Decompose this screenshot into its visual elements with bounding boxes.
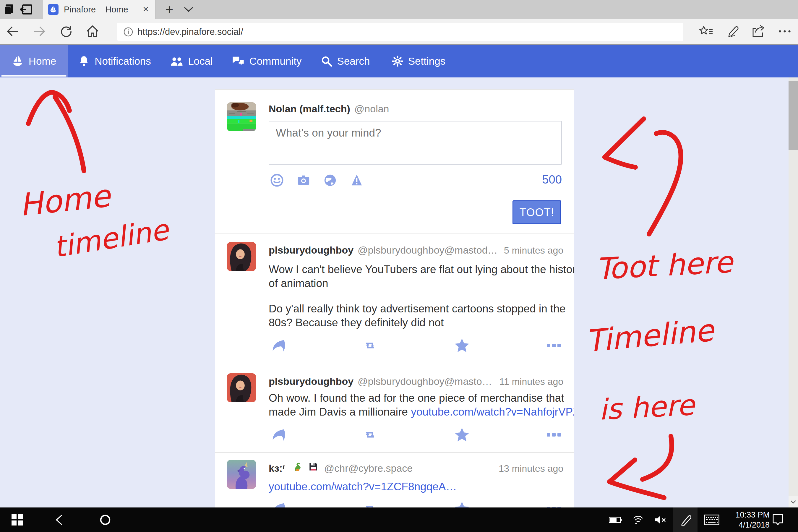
post-handle: @chr@cybre.space bbox=[324, 462, 413, 474]
tab-preview-button[interactable] bbox=[179, 0, 198, 19]
post-text-line: of animation bbox=[269, 276, 574, 290]
page-info-icon[interactable] bbox=[123, 27, 133, 37]
post-text-line: Oh wow. I found the ad for the one piece… bbox=[269, 391, 574, 405]
url-text: https://dev.pinafore.social/ bbox=[137, 26, 243, 37]
tabs-set-aside-button[interactable] bbox=[19, 3, 33, 15]
favorites-button[interactable] bbox=[696, 19, 717, 44]
pinafore-nav: Home Notifications Local Community Se bbox=[0, 45, 798, 77]
post-link[interactable]: youtube.com/watch?v=NahfojrVPZ… bbox=[411, 406, 574, 418]
scrollbar-down-button[interactable] bbox=[788, 496, 798, 508]
home-button[interactable] bbox=[82, 19, 103, 44]
reply-button[interactable] bbox=[269, 501, 288, 508]
scrollbar-thumb[interactable] bbox=[788, 81, 798, 150]
web-note-button[interactable] bbox=[722, 19, 742, 44]
refresh-button[interactable] bbox=[56, 19, 77, 44]
forward-button[interactable] bbox=[29, 19, 50, 44]
nav-item-search[interactable]: Search bbox=[317, 45, 374, 77]
new-tab-icon: + bbox=[166, 1, 173, 17]
reply-icon bbox=[270, 501, 286, 508]
more-icon bbox=[778, 30, 791, 33]
nav-item-home[interactable]: Home bbox=[0, 45, 68, 77]
nav-item-notifications[interactable]: Notifications bbox=[74, 45, 155, 77]
nav-item-community[interactable]: Community bbox=[227, 45, 306, 77]
post-timestamp[interactable]: 13 minutes ago bbox=[499, 463, 563, 474]
browser-toolbar: https://dev.pinafore.social/ bbox=[0, 19, 798, 44]
post-link[interactable]: youtube.com/watch?v=1ZCF8ngqeA… bbox=[269, 480, 457, 493]
taskbar-back-button[interactable] bbox=[51, 508, 72, 532]
post-avatar[interactable] bbox=[227, 460, 256, 489]
taskbar-clock[interactable]: 10:33 PM 4/1/2018 bbox=[728, 510, 770, 530]
back-icon bbox=[55, 514, 68, 526]
reply-button[interactable] bbox=[269, 338, 288, 353]
post-actions bbox=[269, 500, 563, 508]
reply-icon bbox=[270, 338, 286, 353]
nav-label-search: Search bbox=[337, 55, 370, 67]
boost-button[interactable] bbox=[361, 501, 380, 508]
boost-icon bbox=[362, 501, 378, 508]
globe-icon[interactable] bbox=[323, 173, 337, 187]
start-button[interactable] bbox=[8, 508, 26, 532]
wifi-button[interactable] bbox=[628, 508, 648, 532]
windows-ink-button[interactable] bbox=[673, 508, 698, 532]
camera-icon[interactable] bbox=[297, 173, 310, 187]
post-avatar[interactable] bbox=[227, 242, 256, 271]
tab-title: Pinafore – Home bbox=[64, 5, 140, 15]
address-bar[interactable]: https://dev.pinafore.social/ bbox=[117, 23, 683, 41]
char-count: 500 bbox=[469, 173, 562, 186]
favorite-button[interactable] bbox=[453, 338, 471, 353]
close-tab-icon[interactable]: × bbox=[143, 3, 149, 15]
share-button[interactable] bbox=[748, 19, 768, 44]
clock-date: 4/1/2018 bbox=[728, 520, 770, 530]
more-options-button[interactable] bbox=[545, 433, 563, 437]
browser-tab[interactable]: Pinafore – Home × bbox=[43, 0, 155, 19]
post-display-name: plsburydoughboy bbox=[269, 244, 354, 256]
nav-label-local: Local bbox=[188, 55, 213, 67]
action-center-button[interactable] bbox=[768, 508, 787, 532]
gear-icon bbox=[392, 55, 403, 67]
pen-icon bbox=[680, 513, 691, 526]
new-tab-button[interactable]: + bbox=[159, 0, 180, 19]
favorite-button[interactable] bbox=[453, 428, 471, 442]
post-timestamp[interactable]: 5 minutes ago bbox=[504, 245, 563, 256]
post-text-line: made Jim Davis a millionaire youtube.com… bbox=[269, 405, 574, 419]
divider bbox=[215, 452, 574, 453]
nav-label-community: Community bbox=[249, 55, 302, 67]
volume-muted-button[interactable] bbox=[650, 508, 671, 532]
post-timestamp[interactable]: 11 minutes ago bbox=[499, 376, 563, 387]
page-scrollbar[interactable] bbox=[788, 77, 798, 508]
tabs-set-aside-icon bbox=[20, 4, 33, 15]
star-icon bbox=[454, 338, 470, 353]
favorite-button[interactable] bbox=[453, 501, 471, 508]
back-button[interactable] bbox=[2, 19, 23, 44]
compose-input[interactable] bbox=[269, 121, 562, 165]
cortana-circle-icon bbox=[99, 514, 111, 526]
boost-button[interactable] bbox=[361, 428, 380, 442]
toot-button[interactable]: TOOT! bbox=[513, 201, 561, 224]
post-display-name: plsburydoughboy bbox=[269, 376, 354, 387]
post-header: plsburydoughboy @plsburydoughboy@mastodo… bbox=[269, 244, 563, 256]
favorites-icon bbox=[699, 25, 713, 37]
touch-keyboard-button[interactable] bbox=[700, 508, 723, 532]
divider bbox=[215, 362, 574, 362]
battery-button[interactable] bbox=[605, 508, 625, 532]
more-options-button[interactable] bbox=[545, 343, 563, 347]
post-text-line: Wow I can't believe YouTubers are flat o… bbox=[269, 263, 574, 276]
emoji-picker-icon[interactable] bbox=[270, 173, 284, 187]
action-center-icon bbox=[772, 513, 784, 526]
post-avatar[interactable] bbox=[227, 373, 256, 402]
chat-bubbles-icon bbox=[232, 55, 245, 67]
chevron-down-icon bbox=[790, 500, 796, 504]
reply-button[interactable] bbox=[269, 428, 288, 442]
floppy-disk-emoji-icon bbox=[308, 462, 318, 472]
post-header: plsburydoughboy @plsburydoughboy@mastodo… bbox=[269, 376, 563, 387]
boost-button[interactable] bbox=[361, 338, 380, 353]
post-text-span: made Jim Davis a millionaire bbox=[269, 406, 411, 418]
post-text-line: 80s? Because they definitely did not bbox=[269, 316, 566, 329]
nav-item-settings[interactable]: Settings bbox=[388, 45, 449, 77]
set-tabs-aside-button[interactable] bbox=[3, 3, 17, 15]
nav-item-local[interactable]: Local bbox=[166, 45, 217, 77]
cortana-button[interactable] bbox=[95, 508, 116, 532]
settings-more-button[interactable] bbox=[774, 19, 795, 44]
content-warning-icon[interactable] bbox=[350, 173, 363, 187]
compose-avatar[interactable] bbox=[227, 102, 256, 131]
